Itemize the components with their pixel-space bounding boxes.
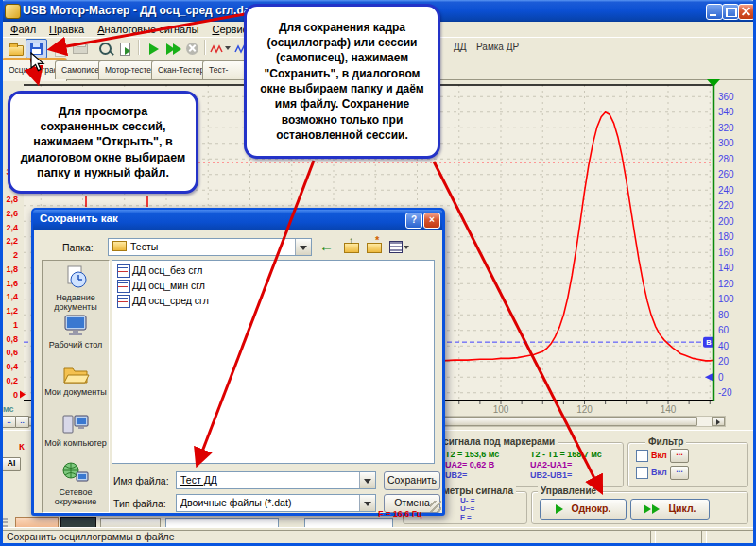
combo-dropdown-icon[interactable] — [359, 495, 375, 511]
save-icon — [30, 43, 43, 55]
maximize-icon — [726, 8, 737, 17]
print-button[interactable] — [69, 39, 91, 59]
wave-a-dropdown-icon[interactable] — [225, 46, 231, 53]
channels-group-title-fragment: К — [19, 441, 25, 452]
data-file-icon — [117, 280, 130, 293]
place-recent[interactable]: Недавние документы — [43, 264, 109, 313]
save-callout: Для сохранения кадра (осциллограф) или с… — [244, 4, 440, 159]
print-preview-icon — [55, 43, 66, 57]
back-button[interactable]: ← — [318, 237, 338, 256]
place-my-documents[interactable]: Мои документы — [43, 363, 109, 398]
folder-combo[interactable]: Тесты — [108, 238, 312, 256]
svg-text:120: 120 — [718, 279, 734, 289]
place-my-computer[interactable]: Мой компьютер — [43, 412, 109, 449]
control-group: Управление Однокр. Цикл. — [531, 491, 748, 524]
minimize-icon — [710, 14, 716, 16]
recent-documents-icon — [61, 264, 90, 291]
place-desktop[interactable]: Рабочий стол — [43, 314, 109, 350]
svg-text:180: 180 — [718, 231, 734, 242]
svg-text:0,8: 0,8 — [6, 334, 18, 344]
filename-input[interactable]: Тест ДД — [176, 471, 376, 489]
dialog-title-bar[interactable]: Сохранить как ? × — [33, 210, 442, 230]
minimize-button[interactable] — [706, 4, 723, 20]
svg-text:140: 140 — [718, 263, 734, 273]
export-button[interactable] — [115, 39, 137, 59]
file-item[interactable]: ДД осц_мин сгл — [117, 279, 205, 293]
new-folder-icon — [367, 243, 382, 253]
wave-a-icon — [210, 43, 224, 55]
svg-text:340: 340 — [718, 107, 734, 117]
file-item[interactable]: ДД осц_без сгл — [117, 264, 202, 278]
svg-text:300: 300 — [718, 138, 734, 148]
filter-a-options-button[interactable]: ... — [670, 449, 689, 463]
dialog-close-button[interactable]: × — [423, 213, 440, 229]
ub2-ub1-value: UB2-UB1= — [530, 470, 572, 480]
view-menu-button[interactable] — [387, 237, 408, 256]
svg-text:200: 200 — [718, 216, 734, 227]
filter-b-options-button[interactable]: ... — [670, 466, 689, 480]
t2-value: T2 = 153,6 мс — [445, 450, 499, 459]
zoom-icon — [99, 43, 112, 55]
menu-analog-signals[interactable]: Аналоговые сигналы — [91, 23, 205, 36]
cycle-run-button[interactable]: Цикл. — [630, 499, 710, 520]
window-border — [0, 0, 3, 546]
filter-a-label: Вкл — [651, 451, 667, 460]
svg-text:2,2: 2,2 — [6, 236, 18, 246]
combo-dropdown-icon[interactable] — [359, 472, 375, 488]
stop-icon — [186, 43, 198, 55]
svg-text:360: 360 — [718, 92, 734, 102]
svg-text:120: 120 — [576, 404, 593, 415]
place-network[interactable]: Сетевое окружение — [43, 461, 109, 507]
svg-text:2,8: 2,8 — [6, 195, 18, 204]
start-cycle-button[interactable] — [163, 39, 184, 59]
menu-edit[interactable]: Правка — [43, 23, 91, 36]
svg-text:260: 260 — [718, 169, 734, 179]
u-ac-value: U~= — [460, 504, 474, 513]
network-icon — [61, 461, 90, 486]
file-list[interactable]: ДД осц_без сгл ДД осц_мин сгл ДД осц_сре… — [112, 260, 435, 464]
filter-b-checkbox[interactable] — [636, 467, 648, 479]
combo-dropdown-icon[interactable] — [295, 239, 311, 255]
wave-a-button[interactable] — [208, 39, 225, 59]
dd-toolbar-button[interactable]: ДД — [451, 41, 470, 53]
preview-button[interactable] — [49, 39, 71, 59]
folder-label: Папка: — [62, 242, 94, 253]
places-bar: Недавние документы Рабочий стол Мои доку… — [42, 260, 110, 513]
menu-file[interactable]: Файл — [4, 23, 43, 36]
filter-b-label: Вкл — [651, 468, 667, 477]
app-icon — [5, 4, 21, 19]
svg-text:2: 2 — [13, 250, 18, 260]
filter-a-checkbox[interactable] — [636, 450, 648, 462]
svg-text:160: 160 — [718, 247, 734, 258]
ub2-value: UB2= — [445, 470, 467, 480]
toolbar-separator — [204, 40, 206, 55]
svg-text:240: 240 — [718, 185, 734, 196]
maximize-button[interactable] — [722, 4, 739, 20]
svg-text:0,4: 0,4 — [6, 362, 18, 371]
file-item[interactable]: ДД осц_сред сгл — [117, 294, 209, 308]
time-scale-button-2[interactable]: .. — [15, 416, 29, 428]
single-run-button[interactable]: Однокр. — [540, 499, 627, 520]
save-button[interactable] — [26, 39, 47, 59]
svg-text:0,6: 0,6 — [6, 348, 18, 357]
open-callout: Для просмотра сохраненных сессий, нажима… — [8, 91, 198, 194]
scrollbar-right-arrow[interactable] — [712, 417, 725, 426]
dialog-help-button[interactable]: ? — [405, 213, 422, 229]
svg-text:1: 1 — [13, 320, 18, 330]
up-folder-button[interactable]: ↑ — [342, 237, 363, 256]
filetype-combo[interactable]: Двоичные файлы (*.dat) — [176, 494, 376, 512]
time-scale-button-1[interactable]: .. — [2, 416, 16, 428]
open-button[interactable] — [5, 39, 26, 59]
new-folder-button[interactable]: * — [365, 237, 386, 256]
zoom-button[interactable] — [94, 39, 116, 59]
resize-grip[interactable] — [430, 501, 441, 512]
ai-channel-button[interactable]: AI — [2, 457, 21, 471]
frequency-readout: F = 16,6 Гц — [378, 509, 421, 519]
data-file-icon — [117, 264, 130, 278]
status-panel-3 — [701, 530, 756, 544]
start-single-button[interactable] — [143, 39, 164, 59]
dialog-save-button[interactable]: Сохранить — [384, 471, 440, 490]
frame-dr-toolbar-button[interactable]: Рамка ДР — [473, 41, 522, 53]
stop-button[interactable] — [182, 39, 204, 59]
svg-text:мс: мс — [3, 404, 14, 414]
